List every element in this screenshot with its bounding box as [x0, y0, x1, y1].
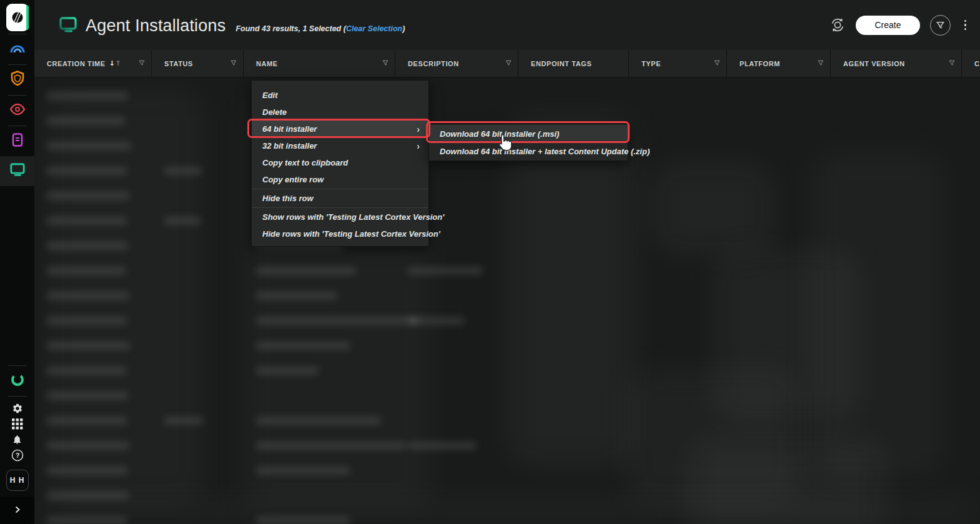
redacted-cell-text: [47, 442, 129, 450]
column-header-platform[interactable]: PLATFORM: [727, 50, 831, 77]
redacted-cell-text: [47, 142, 131, 150]
chevron-right-icon: [14, 505, 21, 516]
submenu-item-download-64-bit-installer-latest-content-update-zip[interactable]: Download 64 bit installer + latest Conte…: [429, 142, 628, 160]
logo-accent-strip: [26, 5, 29, 30]
clear-selection-link[interactable]: Clear Selection: [346, 24, 402, 33]
menu-divider: [252, 189, 428, 189]
expand-sidebar[interactable]: [0, 497, 34, 524]
menu-item-show-rows-with-testing-latest-cortex-version[interactable]: Show rows with 'Testing Latest Cortex Ve…: [252, 209, 428, 225]
column-header-name[interactable]: NAME: [244, 50, 395, 77]
blur-artifact: [812, 152, 943, 477]
page-header: Agent Installations Found 43 results, 1 …: [34, 0, 980, 50]
column-label: DESCRIPTION: [408, 60, 459, 67]
redacted-cell-text: [256, 267, 356, 275]
apps-grid[interactable]: [0, 417, 34, 433]
redacted-cell-text: [256, 342, 350, 350]
column-header-cre[interactable]: CRE: [962, 50, 980, 77]
filter-funnel-icon[interactable]: [505, 60, 512, 67]
filter-funnel-icon[interactable]: [230, 60, 237, 67]
column-header-creation-time[interactable]: CREATION TIME↓↑: [34, 50, 152, 77]
results-suffix: ): [402, 24, 405, 33]
column-label: CREATION TIME: [47, 60, 106, 67]
submenu-chevron-icon: ›: [417, 124, 420, 134]
column-label: CRE: [974, 60, 980, 67]
settings[interactable]: [0, 402, 34, 417]
kebab-menu-icon[interactable]: [961, 17, 971, 33]
submenu-item-label: Download 64 bit installer (.msi): [440, 129, 559, 139]
create-button[interactable]: Create: [856, 16, 919, 35]
column-header-type[interactable]: TYPE: [629, 50, 727, 77]
menu-item-copy-text-to-clipboard[interactable]: Copy text to clipboard: [252, 154, 428, 171]
menu-item-edit[interactable]: Edit: [252, 87, 428, 104]
redacted-cell-text: [408, 317, 464, 325]
menu-item-copy-entire-row[interactable]: Copy entire row: [252, 171, 428, 188]
bell-icon: [12, 434, 22, 448]
sort-icon[interactable]: ↓↑: [109, 59, 122, 67]
refresh-icon[interactable]: [829, 17, 846, 33]
menu-item-delete[interactable]: Delete: [252, 104, 428, 121]
nav-eye[interactable]: [0, 96, 34, 126]
menu-item-hide-rows-with-testing-latest-cortex-version[interactable]: Hide rows with 'Testing Latest Cortex Ve…: [252, 225, 428, 242]
menu-item-hide-this-row[interactable]: Hide this row: [252, 190, 428, 207]
menu-item-32-bit-installer[interactable]: 32 bit installer›: [252, 137, 428, 154]
menu-item-label: Hide this row: [262, 194, 314, 203]
results-summary: Found 43 results, 1 Selected (Clear Sele…: [235, 24, 405, 33]
blur-artifact: [34, 502, 980, 516]
menu-item-label: Delete: [262, 107, 287, 117]
filter-circle-icon[interactable]: [930, 15, 951, 36]
column-header-description[interactable]: DESCRIPTION: [395, 50, 518, 77]
title-group: Agent Installations Found 43 results, 1 …: [59, 15, 405, 36]
filter-funnel-icon[interactable]: [949, 60, 955, 67]
menu-item-64-bit-installer[interactable]: 64 bit installer›: [252, 121, 428, 137]
redacted-cell-text: [408, 442, 477, 450]
column-label: NAME: [256, 60, 278, 67]
column-label: AGENT VERSION: [843, 60, 905, 67]
redacted-cell-text: [47, 517, 127, 524]
filter-funnel-icon[interactable]: [818, 60, 824, 67]
header-actions: Create: [829, 15, 970, 36]
installer-submenu: Download 64 bit installer (.msi)Download…: [428, 124, 628, 161]
redacted-cell-text: [47, 492, 129, 500]
nav-agent-installations[interactable]: [0, 156, 34, 186]
column-label: STATUS: [164, 60, 193, 67]
sidebar-rail: ?H H: [0, 0, 34, 524]
column-header-agent-version[interactable]: AGENT VERSION: [831, 50, 962, 77]
notifications[interactable]: [0, 433, 34, 448]
help[interactable]: ?: [0, 448, 34, 464]
redacted-cell-text: [47, 367, 126, 375]
blur-artifact: [690, 440, 884, 524]
eye-icon: [9, 103, 26, 118]
app-root: ?H H Agent Installations Found 43 re: [0, 0, 980, 524]
filter-funnel-icon[interactable]: [139, 60, 145, 67]
redacted-cell-text: [164, 417, 203, 425]
redacted-cell-text: [256, 467, 350, 475]
row-context-menu: EditDelete64 bit installer›32 bit instal…: [251, 80, 429, 247]
redacted-cell-text: [256, 367, 319, 375]
avatar[interactable]: H H: [6, 470, 29, 491]
filter-funnel-icon[interactable]: [714, 60, 720, 67]
redacted-cell-text: [47, 467, 127, 475]
submenu-item-label: Download 64 bit installer + latest Conte…: [440, 147, 650, 156]
blur-artifact: [715, 252, 859, 421]
app-logo[interactable]: [6, 4, 29, 31]
redacted-cell-text: [47, 342, 130, 350]
nav-ring[interactable]: [0, 366, 34, 396]
user-avatar[interactable]: H H: [0, 464, 34, 497]
rail-divider: [8, 396, 27, 397]
menu-divider: [252, 207, 428, 208]
table-column-headers: CREATION TIME↓↑STATUSNAMEDESCRIPTIONENDP…: [34, 50, 980, 77]
column-header-endpoint-tags[interactable]: ENDPOINT TAGS: [518, 50, 629, 77]
redacted-cell-text: [47, 242, 128, 250]
menu-item-label: Copy text to clipboard: [262, 158, 348, 167]
column-header-status[interactable]: STATUS: [152, 50, 244, 77]
submenu-item-download-64-bit-installer-msi[interactable]: Download 64 bit installer (.msi): [429, 125, 628, 142]
redacted-cell-text: [47, 117, 125, 125]
nav-shield[interactable]: [0, 65, 34, 95]
redacted-cell-text: [47, 392, 128, 400]
arc-icon: [9, 41, 26, 57]
filter-funnel-icon[interactable]: [382, 60, 389, 67]
nav-arc[interactable]: [0, 34, 34, 64]
menu-item-label: Hide rows with 'Testing Latest Cortex Ve…: [262, 229, 440, 239]
menu-item-label: Show rows with 'Testing Latest Cortex Ve…: [262, 212, 444, 222]
nav-pages[interactable]: [0, 126, 34, 156]
